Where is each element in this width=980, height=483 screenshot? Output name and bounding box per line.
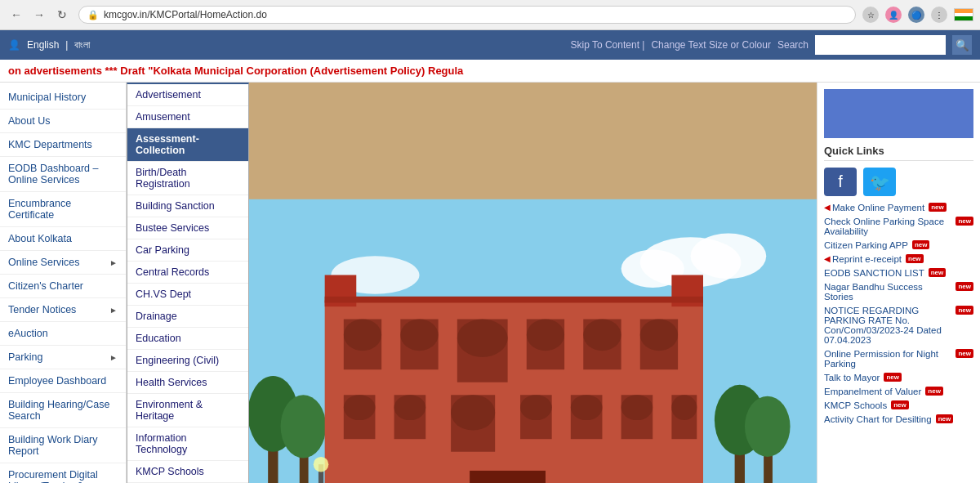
dropdown-item-assessment-collection[interactable]: Assessment-Collection xyxy=(127,128,248,162)
svg-rect-40 xyxy=(470,471,546,483)
sidebar-item-about-kolkata[interactable]: About Kolkata xyxy=(0,227,126,251)
sidebar-label: KMC Departments xyxy=(8,139,92,150)
quick-link-talk-mayor[interactable]: Talk to Mayor new xyxy=(824,373,973,382)
quick-link-parking-space[interactable]: Check Online Parking Space Availability … xyxy=(824,217,973,236)
arrow-icon: ► xyxy=(109,306,118,315)
dropdown-item-birth-death[interactable]: Birth/Death Registration xyxy=(127,162,248,195)
arrow-icon: ◀ xyxy=(824,203,831,212)
dropdown-item-environment[interactable]: Environment & Heritage xyxy=(127,394,248,427)
reload-button[interactable]: ↻ xyxy=(52,5,72,25)
url-text: kmcgov.in/KMCPortal/HomeAction.do xyxy=(104,9,267,20)
quick-link-citizen-parking[interactable]: Citizen Parking APP new xyxy=(824,240,973,250)
flag-icon xyxy=(954,8,973,21)
svg-rect-24 xyxy=(640,320,678,351)
address-bar[interactable]: 🔒 kmcgov.in/KMCPortal/HomeAction.do xyxy=(78,6,856,24)
top-bar-right: Skip To Content | Change Text Size or Co… xyxy=(570,35,972,55)
sidebar-label: About Us xyxy=(8,115,50,127)
dropdown-item-health[interactable]: Health Services xyxy=(127,372,248,394)
search-input[interactable] xyxy=(815,35,946,55)
sidebar-item-employee-dashboard[interactable]: Employee Dashboard xyxy=(0,369,126,393)
extension-icon[interactable]: 🔵 xyxy=(908,7,924,23)
quick-link-empanelment[interactable]: Empanelment of Valuer new xyxy=(824,387,973,396)
svg-rect-38 xyxy=(671,395,697,420)
profile-icon[interactable]: 👤 xyxy=(885,7,902,23)
back-button[interactable]: ← xyxy=(7,5,26,25)
facebook-icon[interactable]: f xyxy=(824,168,857,196)
dropdown-item-bustee[interactable]: Bustee Services xyxy=(127,217,248,239)
svg-rect-34 xyxy=(571,395,603,420)
sidebar-item-eodb[interactable]: EODB Dashboard – Online Services xyxy=(0,157,126,192)
sidebar-label: About Kolkata xyxy=(8,233,72,244)
sidebar-label: Tender Notices xyxy=(8,304,76,315)
dropdown-item-education[interactable]: Education xyxy=(127,328,248,350)
skip-to-content[interactable]: Skip To Content | xyxy=(570,39,644,51)
sidebar-item-municipal-history[interactable]: Municipal History xyxy=(0,86,126,110)
svg-rect-28 xyxy=(394,395,426,420)
dropdown-item-building-sanction[interactable]: Building Sanction xyxy=(127,195,248,217)
sidebar-label: EODB Dashboard – Online Services xyxy=(8,163,118,186)
twitter-icon[interactable]: 🐦 xyxy=(863,168,896,196)
sidebar-item-parking[interactable]: Parking ► xyxy=(0,346,126,369)
quick-links-title: Quick Links xyxy=(824,145,973,161)
sidebar-label: Parking xyxy=(8,351,42,363)
dropdown-item-drainage[interactable]: Drainage xyxy=(127,306,248,328)
sidebar-item-building-work-diary[interactable]: Building Work Diary Report xyxy=(0,428,126,463)
sidebar: Municipal History About Us KMC Departmen… xyxy=(0,83,127,483)
browser-icons: ☆ 👤 🔵 ⋮ xyxy=(862,7,973,23)
svg-rect-22 xyxy=(583,320,621,351)
dropdown-item-it[interactable]: Information Technology xyxy=(127,427,248,461)
sidebar-item-procurement[interactable]: Procurement Digital Library(Tender & Wor… xyxy=(0,463,126,483)
svg-rect-30 xyxy=(451,395,495,430)
dropdown-item-advertisement[interactable]: Advertisement xyxy=(127,84,248,106)
sidebar-item-encumbrance[interactable]: Encumbrance Certificate xyxy=(0,192,126,227)
sidebar-item-tender-notices[interactable]: Tender Notices ► xyxy=(0,298,126,322)
svg-point-11 xyxy=(281,395,327,458)
dropdown-item-kmcp-schools[interactable]: KMCP Schools xyxy=(127,461,248,483)
sidebar-item-about-us[interactable]: About Us xyxy=(0,110,126,133)
svg-rect-43 xyxy=(325,297,703,303)
right-panel: Quick Links f 🐦 ◀ Make Online Payment ne… xyxy=(817,83,980,483)
svg-rect-20 xyxy=(527,320,564,351)
svg-point-50 xyxy=(314,457,329,472)
svg-rect-32 xyxy=(520,395,552,420)
announcement-text: on advertisements *** Draft "Kolkata Mun… xyxy=(8,65,463,77)
quick-link-kmcp-schools[interactable]: KMCP Schools new xyxy=(824,400,973,410)
announcement-bar: on advertisements *** Draft "Kolkata Mun… xyxy=(0,60,980,83)
browser-chrome: ← → ↻ 🔒 kmcgov.in/KMCPortal/HomeAction.d… xyxy=(0,0,980,30)
sidebar-item-kmc-departments[interactable]: KMC Departments xyxy=(0,133,126,157)
menu-icon[interactable]: ⋮ xyxy=(931,7,947,23)
nav-buttons: ← → ↻ xyxy=(7,5,72,25)
svg-rect-26 xyxy=(344,395,376,420)
quick-link-make-payment[interactable]: ◀ Make Online Payment new xyxy=(824,203,973,212)
quick-link-nagar-bandhu[interactable]: Nagar Bandhu Success Stories new xyxy=(824,282,973,302)
forward-button[interactable]: → xyxy=(29,5,49,25)
dropdown-item-car-parking[interactable]: Car Parking xyxy=(127,239,248,262)
person-icon: 👤 xyxy=(8,39,20,51)
sidebar-label: Building Work Diary Report xyxy=(8,434,118,457)
change-text-size[interactable]: Change Text Size or Colour xyxy=(651,39,771,51)
dropdown-item-chvs[interactable]: CH.VS Dept xyxy=(127,284,248,306)
bookmark-icon[interactable]: ☆ xyxy=(862,7,879,23)
language-english[interactable]: English xyxy=(27,39,59,51)
sidebar-item-online-services[interactable]: Online Services ► xyxy=(0,251,126,275)
building-image xyxy=(249,83,817,483)
quick-link-desilting[interactable]: Activity Chart for Desilting new xyxy=(824,414,973,424)
search-button[interactable]: 🔍 xyxy=(952,35,972,55)
dropdown-item-central-records[interactable]: Central Records xyxy=(127,262,248,284)
quick-link-reprint[interactable]: ◀ Reprint e-receipt new xyxy=(824,254,973,264)
quick-link-parking-notice[interactable]: NOTICE REGARDING PARKING RATE No. Con/Co… xyxy=(824,306,973,345)
language-bengali[interactable]: বাংলা xyxy=(74,39,90,51)
arrow-icon: ◀ xyxy=(824,254,831,263)
sidebar-label: Municipal History xyxy=(8,92,86,103)
quick-link-night-parking[interactable]: Online Permission for Night Parking new xyxy=(824,349,973,369)
svg-rect-14 xyxy=(344,320,381,351)
sidebar-item-citizens-charter[interactable]: Citizen's Charter xyxy=(0,275,126,298)
content-area xyxy=(249,83,817,483)
quick-link-eodb[interactable]: EODB SANCTION LIST new xyxy=(824,268,973,278)
sidebar-item-building-hearing[interactable]: Building Hearing/Case Search xyxy=(0,393,126,428)
dropdown-item-amusement[interactable]: Amusement xyxy=(127,106,248,128)
sidebar-item-eauction[interactable]: eAuction xyxy=(0,322,126,346)
svg-rect-16 xyxy=(400,320,438,351)
search-label[interactable]: Search xyxy=(777,39,808,51)
dropdown-item-engineering[interactable]: Engineering (Civil) xyxy=(127,350,248,372)
